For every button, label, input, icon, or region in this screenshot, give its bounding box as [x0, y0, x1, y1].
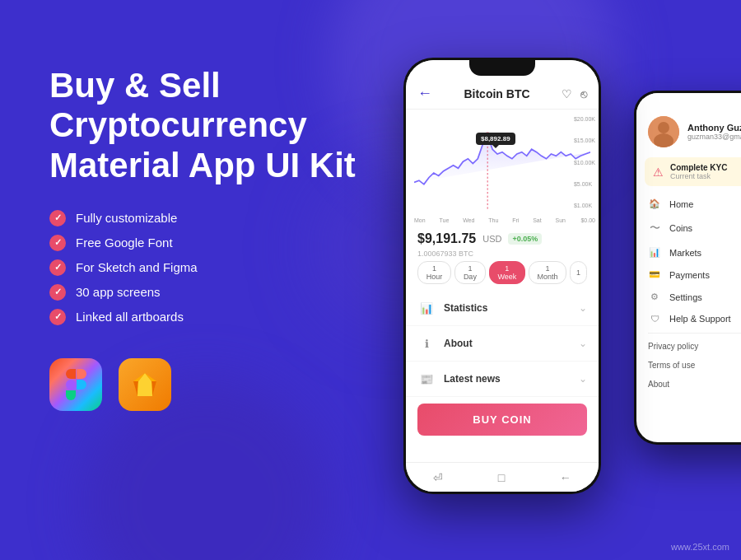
- zero-label: $0.00: [580, 217, 595, 223]
- news-chevron: ⌄: [579, 373, 587, 385]
- title-line1: Buy & Sell: [49, 66, 221, 105]
- feature-5: Linked all artboards: [49, 309, 362, 325]
- statistics-icon: 📊: [417, 299, 436, 317]
- check-icon-3: [49, 259, 66, 276]
- feature-2: Free Google Font: [49, 235, 362, 251]
- price-chart: [414, 116, 590, 211]
- about-chevron: ⌄: [579, 338, 587, 349]
- feature-4: 30 app screens: [49, 284, 362, 301]
- svg-point-9: [658, 122, 669, 133]
- check-icon-5: [49, 309, 66, 325]
- tool-icons: [49, 358, 362, 411]
- watermark: www.25xt.com: [671, 542, 729, 552]
- heart-icon[interactable]: ♡: [562, 87, 572, 100]
- help-icon: 🛡: [648, 314, 661, 324]
- check-icon-4: [49, 284, 66, 301]
- feature-1: Fully customizable: [49, 210, 362, 226]
- settings-icon: ⚙: [648, 292, 661, 302]
- phone-screen-title: Bitcoin BTC: [464, 87, 529, 100]
- svg-marker-5: [137, 373, 152, 396]
- left-panel: Buy & Sell Cryptocurrency Material App U…: [49, 66, 362, 411]
- kyc-title: Complete KYC: [670, 163, 727, 172]
- chart-y-labels: $20.00K $15.00K $10.00K $5.00K $1.00K: [574, 116, 595, 208]
- figma-icon: [66, 369, 86, 400]
- svg-marker-3: [151, 381, 156, 396]
- accordion-news[interactable]: 📰 Latest news ⌄: [406, 362, 599, 397]
- time-buttons: 1 Hour 1 Day 1 Week 1 Month 1: [406, 258, 599, 291]
- privacy-link[interactable]: Privacy policy: [636, 337, 741, 356]
- title-line2: Cryptocurrency: [49, 105, 307, 144]
- share-icon[interactable]: ⎋: [580, 87, 587, 100]
- nav-icon-1: ⏎: [433, 471, 443, 484]
- time-1hour[interactable]: 1 Hour: [417, 261, 451, 284]
- check-icon-2: [49, 235, 66, 251]
- menu-divider: [648, 333, 741, 334]
- chart-tooltip: $8,892.89: [476, 133, 515, 145]
- chart-x-labels: Mon Tue Wed Thu Fri Sat Sun: [414, 217, 566, 223]
- user-email: guzman33@gmail.com: [687, 133, 741, 141]
- feature-3: For Sketch and Figma: [49, 259, 362, 276]
- kyc-warning-icon: ⚠: [653, 166, 664, 179]
- home-icon: 🏠: [648, 198, 661, 209]
- phone-main: ← Bitcoin BTC ♡ ⎋ $20.00K $15.00K $10.00…: [403, 58, 601, 494]
- time-1month[interactable]: 1 Month: [529, 261, 566, 284]
- kyc-alert[interactable]: ⚠ Complete KYC Current task: [645, 157, 741, 186]
- phone-bottom-nav: ⏎ □ ←: [406, 462, 599, 492]
- user-avatar: [648, 116, 679, 147]
- features-list: Fully customizable Free Google Font For …: [49, 210, 362, 325]
- menu-payments[interactable]: 💳 Payments: [636, 264, 741, 286]
- figma-icon-box: [49, 358, 102, 411]
- statistics-label: Statistics: [444, 302, 579, 314]
- time-other[interactable]: 1: [570, 261, 587, 284]
- check-icon-1: [49, 210, 66, 226]
- price-section: $9,191.75 USD +0.05%: [406, 225, 599, 251]
- title-line3: Material App UI Kit: [49, 146, 356, 184]
- menu-markets[interactable]: 📊 Markets: [636, 241, 741, 264]
- accordion-statistics[interactable]: 📊 Statistics ⌄: [406, 291, 599, 326]
- accordion-about[interactable]: ℹ About ⌄: [406, 326, 599, 362]
- menu-help-label: Help & Support: [669, 314, 731, 324]
- menu-coins-label: Coins: [669, 223, 692, 233]
- news-label: Latest news: [444, 373, 579, 385]
- price-amount: $9,191.75: [417, 231, 476, 246]
- about-icon: ℹ: [417, 334, 436, 352]
- sidebar-header: Anthony Guzman guzman33@gmail.com: [636, 93, 741, 157]
- payments-icon: 💳: [648, 269, 661, 280]
- phone-header-actions: ♡ ⎋: [562, 87, 587, 100]
- user-info: Anthony Guzman guzman33@gmail.com: [687, 123, 741, 141]
- svg-marker-2: [133, 381, 138, 396]
- phone-header: ← Bitcoin BTC ♡ ⎋: [406, 60, 599, 110]
- phone-secondary-screen: Anthony Guzman guzman33@gmail.com ⚠ Comp…: [636, 93, 741, 442]
- phone-main-screen: ← Bitcoin BTC ♡ ⎋ $20.00K $15.00K $10.00…: [406, 60, 599, 492]
- price-currency: USD: [482, 234, 501, 244]
- kyc-subtitle: Current task: [670, 172, 727, 180]
- buy-button[interactable]: BUY COIN: [417, 404, 587, 436]
- user-name: Anthony Guzman: [687, 123, 741, 133]
- sketch-icon-box: [119, 358, 171, 411]
- back-button[interactable]: ←: [417, 85, 432, 102]
- terms-link[interactable]: Terms of use: [636, 356, 741, 375]
- price-btc: 1.00067933 BTC: [406, 250, 599, 258]
- markets-icon: 📊: [648, 247, 661, 258]
- time-1week[interactable]: 1 Week: [489, 261, 525, 284]
- menu-settings-label: Settings: [669, 292, 702, 302]
- price-change: +0.05%: [508, 233, 542, 245]
- phone-secondary: Anthony Guzman guzman33@gmail.com ⚠ Comp…: [634, 91, 741, 445]
- coins-icon: 〜: [648, 221, 661, 236]
- nav-icon-3: ←: [560, 471, 571, 484]
- nav-icon-2: □: [498, 471, 505, 484]
- menu-payments-label: Payments: [669, 270, 710, 280]
- menu-settings[interactable]: ⚙ Settings: [636, 286, 741, 308]
- chart-area: $20.00K $15.00K $10.00K $5.00K $1.00K $8…: [406, 110, 599, 225]
- menu-home[interactable]: 🏠 Home: [636, 193, 741, 215]
- time-1day[interactable]: 1 Day: [454, 261, 486, 284]
- about-link[interactable]: About: [636, 375, 741, 394]
- menu-coins[interactable]: 〜 Coins: [636, 215, 741, 241]
- menu-help[interactable]: 🛡 Help & Support: [636, 308, 741, 329]
- menu-markets-label: Markets: [669, 248, 701, 258]
- statistics-chevron: ⌄: [579, 302, 587, 314]
- menu-home-label: Home: [669, 199, 693, 209]
- about-label: About: [444, 338, 579, 349]
- news-icon: 📰: [417, 370, 436, 388]
- main-title: Buy & Sell Cryptocurrency Material App U…: [49, 66, 362, 185]
